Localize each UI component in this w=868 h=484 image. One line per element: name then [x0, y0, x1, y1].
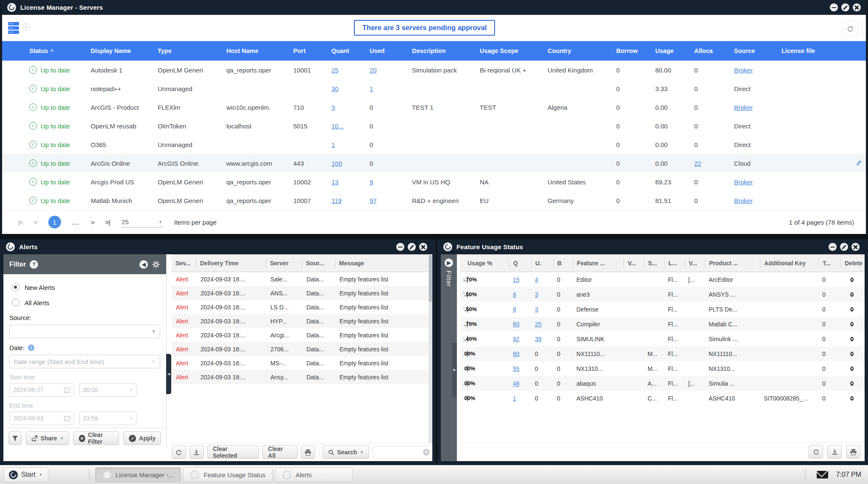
pending-approval-banner[interactable]: There are 3 servers pending approval	[354, 20, 495, 36]
cell-source[interactable]: Broker	[734, 104, 782, 111]
alert-row[interactable]: Alert2024-09-03 18:...Arcgi...Data...Emp…	[172, 328, 432, 342]
delete-icon[interactable]: ✕	[850, 352, 854, 356]
column-header-display-name[interactable]: Display Name	[91, 47, 158, 54]
help-icon[interactable]: ?	[30, 260, 38, 269]
print-button[interactable]	[846, 445, 860, 459]
page-ellipsis[interactable]: ...	[72, 219, 80, 226]
info-icon[interactable]: i	[22, 23, 30, 31]
column-header-port[interactable]: Port	[293, 47, 331, 54]
download-button[interactable]	[189, 445, 204, 459]
start-button[interactable]: Start ▼	[3, 467, 48, 482]
column-header-borrow[interactable]: Borrow	[616, 47, 655, 54]
start-date-input[interactable]: 2024-08-27	[9, 383, 74, 397]
filter-funnel-button[interactable]	[8, 431, 22, 445]
delete-icon[interactable]: ✕	[850, 381, 854, 386]
start-time-select[interactable]: 00:00 ▼	[79, 383, 137, 397]
cell-quantity[interactable]: 48	[509, 380, 531, 387]
cell-quantity[interactable]: 119	[331, 197, 370, 204]
edit-pencil-icon[interactable]: ✎	[856, 159, 862, 168]
cell-used[interactable]: 39	[531, 336, 554, 342]
column-header-1-q[interactable]: Q	[509, 258, 531, 268]
refresh-button[interactable]	[172, 445, 186, 459]
collapse-left-icon[interactable]: ◀	[139, 260, 148, 269]
column-header-country[interactable]: Country	[548, 47, 616, 54]
cell-quantity[interactable]: 3	[331, 104, 370, 111]
cell-quantity[interactable]: 30	[331, 85, 370, 92]
download-button[interactable]	[827, 445, 842, 459]
search-input[interactable]: ✕	[373, 446, 432, 459]
cell-used[interactable]: 3	[531, 291, 554, 298]
scrollbar[interactable]	[428, 254, 432, 443]
close-icon[interactable]	[853, 3, 861, 11]
alert-row[interactable]: Alert2024-09-03 18:...2706...Data...Empt…	[172, 342, 432, 356]
column-header-type[interactable]: Type	[158, 47, 226, 54]
end-date-input[interactable]: 2024-09-03	[9, 412, 74, 425]
clear-selected-button[interactable]: Clear Selected	[207, 445, 259, 459]
column-header-12-delete[interactable]: Delete	[841, 258, 865, 268]
filter-collapse-handle[interactable]: ◀	[166, 354, 171, 394]
cell-quantity[interactable]: 15	[509, 276, 531, 283]
delete-icon[interactable]: ✕	[850, 307, 854, 312]
column-header-description[interactable]: Description	[412, 47, 480, 54]
close-icon[interactable]	[851, 243, 860, 251]
taskbar-button-alerts[interactable]: Alerts	[275, 467, 353, 482]
close-icon[interactable]	[419, 243, 427, 251]
column-header-6-s[interactable]: S...	[644, 258, 665, 268]
search-dropdown-button[interactable]: Search ▼	[323, 445, 370, 459]
cell-used[interactable]: 97	[370, 197, 412, 204]
clear-filter-button[interactable]: ✕ Clear Filter	[73, 431, 119, 445]
column-header-usage-scope[interactable]: Usage Scope	[480, 47, 548, 54]
alert-row[interactable]: Alert2024-09-03 18:...Ansy...Data...Empt…	[172, 370, 432, 384]
cell-used[interactable]: 1	[370, 85, 412, 92]
restore-icon[interactable]	[841, 3, 849, 11]
cell-quantity[interactable]: 1	[509, 395, 531, 402]
info-icon[interactable]: i	[28, 345, 34, 351]
taskbar-button-license-manager[interactable]: License Manager -...	[95, 467, 181, 482]
column-header-7-l[interactable]: L...	[665, 258, 685, 268]
column-header-3-b[interactable]: B	[554, 258, 573, 268]
cell-quantity[interactable]: 92	[509, 336, 531, 342]
cell-used[interactable]: 20	[370, 67, 412, 74]
cell-used[interactable]: 3	[531, 306, 554, 313]
alert-row[interactable]: Alert2024-09-03 18:...LS D...Data...Empt…	[172, 300, 432, 314]
alert-row[interactable]: Alert2024-09-03 18:...Sale...Data...Empt…	[172, 272, 432, 286]
end-time-select[interactable]: 23:59 ▼	[79, 412, 137, 425]
cell-source[interactable]: Broker	[734, 197, 782, 204]
date-range-select[interactable]: Date range (Start and End time) ▼	[9, 355, 160, 368]
column-header-alloca[interactable]: Alloca	[694, 47, 734, 54]
servers-icon[interactable]	[8, 22, 19, 34]
radio-all-alerts[interactable]: All Alerts	[12, 299, 160, 306]
column-header-2-server[interactable]: Server	[266, 258, 302, 268]
cell-source[interactable]: Broker	[734, 178, 782, 186]
delete-icon[interactable]: ✕	[850, 278, 854, 282]
alert-row[interactable]: Alert2024-09-03 18:...HYP...Data...Empty…	[172, 314, 432, 328]
delete-icon[interactable]: ✕	[850, 322, 854, 326]
cell-quantity[interactable]: 55	[509, 365, 531, 372]
cell-quantity[interactable]: 13	[331, 178, 370, 186]
column-header-8-v[interactable]: V...	[685, 258, 705, 268]
column-header-license-file[interactable]: License file	[782, 47, 843, 54]
page-prev-button[interactable]: <	[34, 219, 37, 226]
column-header-5-v[interactable]: V...	[624, 258, 644, 268]
refresh-button[interactable]	[842, 21, 858, 37]
delete-icon[interactable]: ✕	[850, 292, 854, 297]
delete-icon[interactable]: ✕	[850, 367, 854, 371]
restore-icon[interactable]	[840, 243, 848, 251]
radio-new-alerts[interactable]: New Alerts	[12, 284, 160, 291]
gear-icon[interactable]	[152, 260, 160, 269]
cell-quantity[interactable]: 60	[509, 321, 531, 328]
delete-icon[interactable]: ✕	[850, 396, 854, 401]
taskbar-button-feature-usage-status[interactable]: Feature Usage Status	[183, 467, 273, 482]
cell-source[interactable]: Broker	[734, 67, 782, 74]
column-header-3-sour[interactable]: Sour...	[302, 258, 335, 268]
column-header-quant[interactable]: Quant	[331, 47, 370, 54]
minimize-icon[interactable]	[829, 243, 837, 251]
cell-quantity[interactable]: 8	[509, 291, 531, 298]
print-button[interactable]	[301, 445, 315, 459]
expand-right-icon[interactable]: ▶	[445, 259, 453, 267]
page-last-button[interactable]: >|	[105, 219, 110, 226]
clear-all-button[interactable]: Clear All	[262, 445, 297, 459]
column-header-9-product[interactable]: Product ...	[705, 258, 760, 268]
minimize-icon[interactable]	[396, 243, 404, 251]
refresh-button[interactable]	[809, 445, 823, 459]
